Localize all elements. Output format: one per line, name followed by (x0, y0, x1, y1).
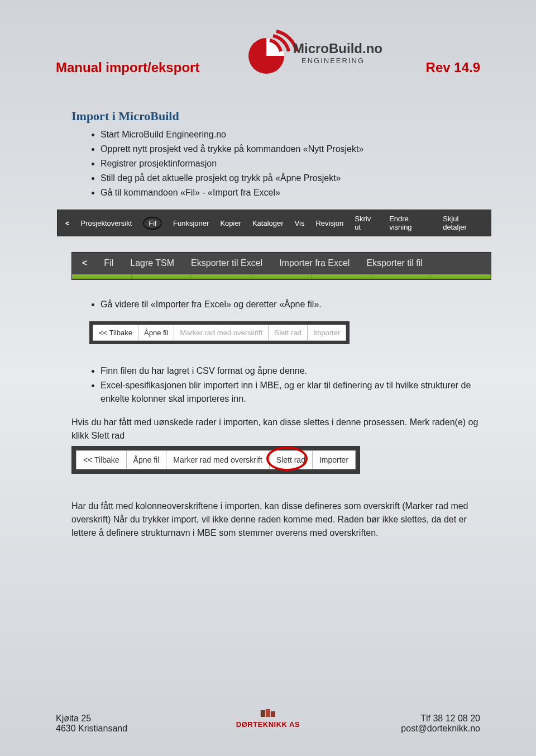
screenshot-menubar-fil: < Fil Lagre TSM Eksporter til Excel Impo… (71, 252, 491, 280)
back-button[interactable]: << Tilbake (93, 325, 138, 341)
footer-city: 4630 Kristiansand (56, 724, 127, 734)
menu-item[interactable]: Prosjektoversikt (81, 219, 132, 227)
menu-item[interactable]: Vis (295, 219, 305, 227)
menu-item[interactable]: Lagre TSM (130, 258, 174, 268)
document-footer: Kjøita 25 4630 Kristiansand DØRTEKNIKK A… (56, 714, 480, 734)
back-button[interactable]: << Tilbake (76, 450, 127, 469)
doc-title-left: Manual import/eksport (56, 60, 199, 75)
menu-item[interactable]: Importer fra Excel (279, 258, 350, 268)
menu-item[interactable]: Skriv ut (355, 215, 378, 231)
svg-rect-2 (266, 709, 270, 717)
footer-company: DØRTEKNIKK AS (236, 708, 300, 729)
document-header: Manual import/eksport MicroBuild.no ENGI… (56, 25, 480, 75)
delete-row-label: Slett rad (276, 455, 305, 464)
screenshot-toolbar-open-file: << Tilbake Åpne fil Marker rad med overs… (89, 321, 350, 344)
list-item: Registrer prosjektinformasjon (100, 157, 480, 170)
list-item: Excel-spesifikasjonen blir importert inn… (100, 379, 480, 406)
menu-item[interactable]: Endre visning (389, 215, 432, 231)
dorteknikk-logo-icon (260, 708, 276, 718)
logo-text-bottom: ENGINEERING (302, 56, 365, 65)
screenshot-menubar-main: < Prosjektoversikt Fil Funksjoner Kopier… (57, 210, 491, 236)
green-strip-decoration (71, 274, 491, 280)
section-heading: Import i MicroBuild (71, 109, 480, 123)
menu-item[interactable]: Eksporter til Excel (191, 258, 262, 268)
menu-item[interactable]: Kataloger (252, 219, 284, 227)
menu-item[interactable]: Fil (104, 258, 113, 268)
delete-row-button-highlighted[interactable]: Slett rad (270, 450, 313, 469)
footer-contact: Tlf 38 12 08 20 post@dorteknikk.no (401, 714, 480, 734)
screenshot-toolbar-delete-row: << Tilbake Åpne fil Marker rad med overs… (71, 446, 360, 474)
footer-phone: Tlf 38 12 08 20 (401, 714, 480, 724)
menu-item[interactable]: Funksjoner (173, 219, 209, 227)
paragraph-delete-rows: Hvis du har fått med uønskede rader i im… (71, 416, 480, 443)
doc-revision: Rev 14.9 (426, 60, 480, 75)
import-button[interactable]: Importer (313, 450, 356, 469)
list-item: Gå videre til «Importer fra Excel» og de… (100, 298, 480, 311)
mark-header-button[interactable]: Marker rad med overskrift (166, 450, 269, 469)
menu-item-fil-highlighted[interactable]: Fil (143, 217, 162, 230)
list-item: Still deg på det aktuelle prosjekt og tr… (100, 172, 480, 185)
menu-item[interactable]: Skjul detaljer (443, 215, 483, 231)
open-file-button[interactable]: Åpne fil (127, 450, 167, 469)
microbuild-logo-icon: MicroBuild.no ENGINEERING (243, 25, 382, 75)
instruction-list-3: Finn filen du har lagret i CSV format og… (100, 364, 480, 406)
list-item: Opprett nytt prosjekt ved å trykke på ko… (100, 142, 480, 156)
list-item: Gå til kommandoen «Fil» - «Import fra Ex… (100, 186, 480, 199)
footer-address: Kjøita 25 4630 Kristiansand (56, 714, 127, 734)
paragraph-column-headers: Har du fått med kolonneoverskriftene i i… (71, 500, 480, 540)
instruction-list-1: Start MicroBuild Engineering.no Opprett … (100, 128, 480, 199)
import-button[interactable]: Importer (308, 325, 346, 341)
menu-item[interactable]: Kopier (220, 219, 241, 227)
menu-item[interactable]: Revisjon (315, 219, 343, 227)
menu-item[interactable]: Eksporter til fil (366, 258, 422, 268)
svg-rect-1 (261, 710, 265, 717)
logo: MicroBuild.no ENGINEERING (243, 25, 382, 75)
instruction-list-2: Gå videre til «Importer fra Excel» og de… (100, 298, 480, 311)
footer-street: Kjøita 25 (56, 714, 127, 724)
footer-company-name: DØRTEKNIKK AS (236, 720, 300, 729)
svg-rect-3 (271, 711, 275, 717)
back-icon[interactable]: < (82, 258, 87, 268)
open-file-button[interactable]: Åpne fil (138, 325, 174, 341)
footer-email: post@dorteknikk.no (401, 724, 480, 734)
list-item: Start MicroBuild Engineering.no (100, 128, 480, 141)
delete-row-button[interactable]: Slett rad (269, 325, 307, 341)
back-icon[interactable]: < (65, 219, 70, 227)
list-item: Finn filen du har lagret i CSV format og… (100, 364, 480, 378)
logo-text-top: MicroBuild.no (293, 41, 382, 56)
mark-header-button[interactable]: Marker rad med overskrift (174, 325, 269, 341)
